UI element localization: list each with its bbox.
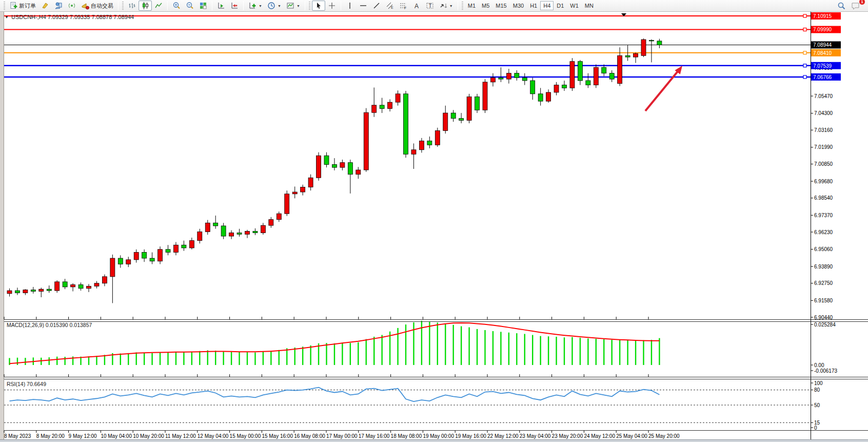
price-tag-label: 7.08944 [813, 42, 832, 48]
macd-histogram-bar [548, 336, 549, 365]
timeframe-d1[interactable]: D1 [554, 1, 567, 10]
bar-chart-icon [128, 2, 136, 10]
timeframe-m5[interactable]: M5 [479, 1, 492, 10]
macd-histogram-bar [405, 324, 406, 365]
macd-histogram-bar [64, 357, 65, 365]
time-axis-label: 24 May 12:00 [584, 433, 615, 439]
timeframe-mn[interactable]: MN [582, 1, 597, 10]
market-watch-button[interactable] [52, 1, 65, 11]
time-axis-label: 9 May 12:00 [69, 433, 97, 439]
candle-down [609, 73, 614, 79]
macd-histogram-bar [342, 342, 343, 365]
price-tag-label: 7.06766 [813, 74, 832, 80]
signal-icon [68, 2, 76, 10]
macd-histogram-bar [254, 353, 255, 365]
chart-shift-button[interactable] [228, 1, 241, 11]
hline-tool-button[interactable] [357, 1, 370, 11]
time-axis-label: 18 May 08:00 [391, 433, 422, 439]
candle-down [166, 249, 170, 253]
timeframe-w1[interactable]: W1 [567, 1, 582, 10]
crosshair-tool-button[interactable] [325, 1, 339, 11]
arrows-tool-button[interactable]: ▼ [437, 1, 456, 11]
timeframe-h1[interactable]: H1 [527, 1, 540, 10]
macd-histogram-bar [175, 352, 176, 365]
candle-up [7, 291, 12, 294]
candle-down [530, 81, 535, 94]
toolbar-grip [122, 2, 124, 10]
vertical-line-icon [346, 2, 354, 10]
candle-down [538, 94, 543, 101]
time-axis-label: 23 May 04:00 [520, 433, 551, 439]
symbol-dropdown-caret[interactable]: ▼ [5, 15, 9, 20]
macd-histogram-bar [128, 353, 129, 365]
channel-tool-button[interactable]: E [383, 1, 397, 11]
candle-down [142, 253, 147, 258]
text-tool-button[interactable]: A [410, 1, 423, 11]
price-tick-label: 6.91580 [814, 298, 833, 303]
autotrading-button[interactable]: 自动交易 [78, 1, 116, 11]
macd-histogram-bar [144, 353, 145, 365]
price-tick-label: 7.03160 [814, 127, 833, 133]
candlestick-button[interactable] [139, 1, 152, 11]
dropdown-caret: ▼ [449, 4, 453, 8]
cursor-tool-button[interactable] [312, 1, 325, 11]
chart-style-button[interactable] [38, 1, 52, 11]
macd-histogram-bar [516, 333, 517, 365]
tile-windows-button[interactable] [196, 1, 210, 11]
macd-histogram-bar [183, 352, 184, 365]
macd-histogram-bar [270, 351, 271, 365]
candle-down [657, 41, 662, 45]
macd-histogram-bar [635, 340, 636, 365]
macd-histogram-bar [294, 348, 295, 365]
candle-down [602, 67, 606, 73]
label-tool-button[interactable]: T [423, 1, 437, 11]
macd-histogram-bar [334, 343, 335, 365]
chart-canvas[interactable]: 7.073807.054707.043007.031607.019907.008… [0, 0, 868, 442]
periods-button[interactable]: ▼ [265, 1, 284, 11]
level-line-handle [803, 51, 806, 54]
fibonacci-tool-button[interactable]: F [397, 1, 410, 11]
candle-up [506, 73, 511, 79]
candle-down [213, 223, 218, 226]
indicators-button[interactable]: ▼ [246, 1, 265, 11]
macd-histogram-bar [492, 331, 494, 365]
price-tick-label: 6.98540 [814, 195, 833, 201]
macd-axis-label: -0.006173 [814, 368, 837, 374]
candle-up [158, 249, 163, 261]
candle-up [292, 192, 297, 194]
channel-icon: E [386, 2, 394, 10]
search-icon [837, 2, 846, 10]
auto-scroll-button[interactable] [214, 1, 228, 11]
zoom-in-icon [172, 2, 181, 10]
timeframe-m15[interactable]: M15 [492, 1, 509, 10]
macd-histogram-bar [651, 340, 652, 365]
cursor-icon [314, 2, 323, 10]
horizontal-line-icon [359, 2, 367, 10]
candle-up [356, 170, 361, 175]
time-axis-label: 19 May 00:00 [423, 433, 454, 439]
vline-tool-button[interactable] [343, 1, 357, 11]
zoom-out-button[interactable] [183, 1, 196, 11]
search-button[interactable] [835, 1, 849, 11]
macd-histogram-bar [477, 329, 478, 365]
candle-up [71, 285, 75, 287]
bar-chart-button[interactable] [125, 1, 139, 11]
timeframe-m1[interactable]: M1 [465, 1, 479, 10]
macd-histogram-bar [659, 338, 660, 365]
toolbar-grip [462, 2, 463, 10]
templates-button[interactable]: ▼ [284, 1, 303, 11]
time-axis-label: 17 May 00:00 [326, 433, 358, 439]
new-order-button[interactable]: 新订单 [7, 1, 38, 11]
time-axis-label: 16 May 08:00 [294, 433, 325, 439]
candle-up [308, 178, 313, 187]
timeframe-m30[interactable]: M30 [510, 1, 527, 10]
rsi-indicator-label: RSI(14) 70.6649 [7, 381, 46, 387]
signals-button[interactable] [65, 1, 78, 11]
trendline-tool-button[interactable] [370, 1, 383, 11]
notifications-button[interactable]: 1 [849, 1, 863, 11]
rsi-axis-label: 100 [814, 380, 823, 386]
line-chart-button[interactable] [152, 1, 165, 11]
zoom-in-button[interactable] [170, 1, 183, 11]
svg-text:A: A [415, 3, 419, 10]
timeframe-h4[interactable]: H4 [540, 1, 554, 10]
